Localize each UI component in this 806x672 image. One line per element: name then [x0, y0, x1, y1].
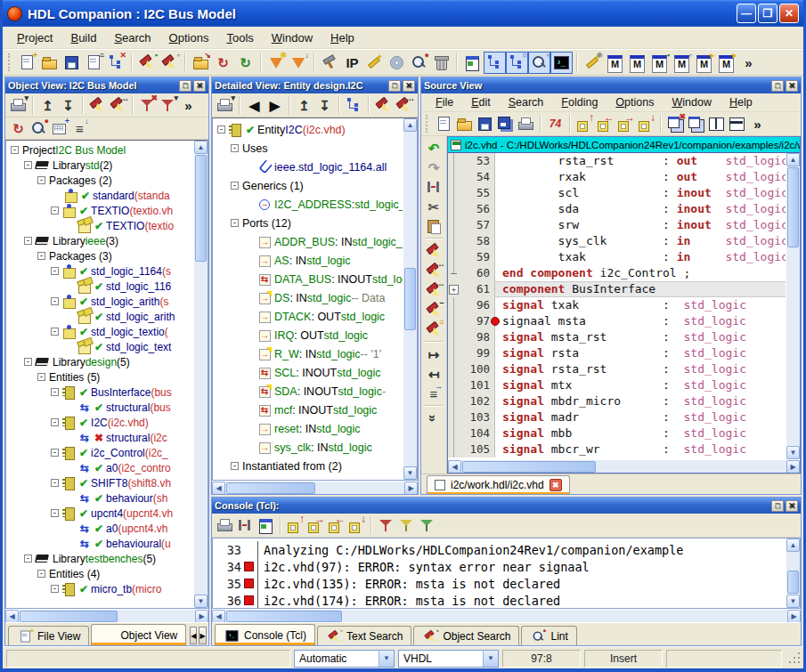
chevron-down-icon[interactable]: ▼	[483, 651, 498, 667]
code-line[interactable]: 103signal madr : std_logic	[448, 409, 786, 425]
tree-expander-icon[interactable]: -	[11, 146, 19, 154]
tree-item[interactable]: ⇆✔behaviour (sh	[6, 490, 193, 506]
tree-item[interactable]: →reset : IN std_logic	[213, 419, 403, 438]
tree-expander-icon[interactable]: -	[37, 176, 45, 184]
tree-expander-icon[interactable]: -	[51, 509, 59, 517]
ip-button[interactable]: IP	[341, 52, 363, 74]
report-button[interactable]: ≡	[83, 52, 105, 74]
bookmark-prev-button[interactable]: ↑	[574, 114, 595, 134]
tree-item[interactable]: -Library testbenches (5)	[6, 551, 193, 566]
print-button[interactable]	[516, 114, 536, 134]
scroll-right-icon[interactable]: ▶	[195, 610, 208, 623]
code-line[interactable]: 60end component i2c_Control ;	[448, 265, 786, 281]
find-prev-button[interactable]: …	[423, 280, 444, 300]
undo-button[interactable]: ↶	[423, 138, 444, 158]
tree-item[interactable]: -Uses	[213, 139, 403, 158]
menu-project[interactable]: Project	[10, 29, 60, 46]
document-header[interactable]: i2c.vhd - C:/HDLWorks/HDLCompanion24Rev1…	[448, 137, 800, 153]
line-number[interactable]: 53	[460, 153, 495, 169]
scroll-left-icon[interactable]: ◀	[212, 610, 225, 623]
open-analyze-button[interactable]: ↘	[190, 52, 212, 74]
file-tab[interactable]: i2c/work.hdl/i2c.vhd ✖	[427, 475, 570, 494]
console-tab-object-search[interactable]: ▪Object Search	[413, 626, 519, 645]
console-vscrollbar[interactable]: ▲ ▼	[786, 538, 800, 608]
tree-item[interactable]: -✔std_logic_arith (s	[6, 294, 193, 309]
code-line[interactable]: 57 srw : inout std_logic	[448, 217, 786, 233]
modelsim-1-button[interactable]: M	[604, 52, 626, 74]
tree-item[interactable]: -✔SHIFT8 (shift8.vh	[6, 475, 193, 490]
find-next-button[interactable]: …	[108, 95, 128, 116]
line-number[interactable]: 98	[460, 329, 495, 345]
refresh-view-button[interactable]: ↻	[8, 118, 28, 139]
filter-warnings-button[interactable]	[396, 515, 417, 536]
open-project-button[interactable]	[38, 52, 61, 74]
line-number[interactable]: 57	[460, 217, 495, 233]
scroll-up-icon[interactable]: ▲	[194, 141, 208, 154]
tree-item[interactable]: -Entities (5)	[6, 369, 193, 385]
find-next-button[interactable]: …	[423, 261, 444, 280]
console-line[interactable]: 34i2c.vhd(97): ERROR: syntax error near …	[213, 558, 786, 575]
scroll-right-icon[interactable]: ▶	[787, 610, 801, 623]
fold-marker-icon[interactable]	[448, 313, 460, 329]
back-button[interactable]: ◀	[244, 95, 265, 116]
tree-item[interactable]: -Library std (2)	[6, 158, 193, 173]
filter-errors-button[interactable]	[376, 515, 396, 536]
line-number[interactable]: 96	[460, 297, 495, 313]
line-number[interactable]: 58	[460, 233, 495, 249]
tree-item[interactable]: -Project I2C Bus Model	[6, 142, 193, 158]
fold-marker-icon[interactable]	[448, 153, 460, 169]
bookmark-first-button[interactable]: ←	[326, 515, 346, 536]
scroll-thumb[interactable]	[787, 167, 799, 247]
save-project-button[interactable]	[61, 52, 83, 74]
split-vertical-button[interactable]	[706, 114, 727, 134]
toolbar-overflow-button[interactable]: »	[747, 114, 768, 134]
tree-item[interactable]: →AS : IN std_logic	[213, 251, 403, 270]
scroll-thumb[interactable]	[226, 482, 315, 494]
source-menu-options[interactable]: Options	[608, 95, 661, 109]
panel-close-icon[interactable]: ✕	[786, 80, 798, 92]
object-view-vscrollbar[interactable]: ▲ ▼	[193, 141, 208, 608]
panel-maximize-icon[interactable]: □	[179, 80, 191, 92]
close-button[interactable]: ✕	[779, 4, 799, 23]
menu-window[interactable]: Window	[265, 29, 320, 46]
join-lines-button[interactable]	[423, 177, 444, 197]
fold-marker-icon[interactable]	[448, 361, 460, 377]
tree-item[interactable]: -Ports (12)	[213, 214, 403, 232]
code-line[interactable]: 105signal mbcr_wr : std_logic	[448, 441, 786, 457]
scroll-thumb[interactable]	[20, 611, 118, 622]
tree-expander-icon[interactable]: -	[51, 479, 59, 487]
fold-marker-icon[interactable]	[448, 249, 460, 265]
bookmark-first-button[interactable]: ←	[595, 114, 615, 134]
scroll-up-icon[interactable]: ▲	[786, 538, 800, 552]
search-objects-button[interactable]: ▪	[136, 52, 159, 74]
fold-marker-icon[interactable]	[448, 281, 460, 297]
scroll-right-icon[interactable]: ▶	[786, 460, 800, 474]
tree-expander-icon[interactable]: -	[51, 388, 59, 396]
console-line[interactable]: 33Analyzing C:/HDLWorks/HDLCompanion24Re…	[213, 541, 786, 558]
tree-item[interactable]: ✔std_logic_116	[6, 279, 193, 294]
join-button[interactable]	[235, 515, 256, 536]
scroll-left-icon[interactable]: ◀	[212, 482, 225, 495]
file-view-toggle-button[interactable]	[461, 52, 484, 74]
save-file-button[interactable]	[475, 114, 495, 134]
wizard-button[interactable]: ✳	[582, 52, 604, 74]
code-line[interactable]: 56 sda : inout std_logic	[448, 201, 786, 217]
code-line[interactable]: 100signal rsta_rst : std_logic	[448, 361, 786, 377]
expand-all-button[interactable]: ↧	[314, 95, 335, 116]
print-button[interactable]: ▾	[8, 95, 28, 116]
find-next-button[interactable]: …	[394, 95, 414, 116]
redo-button[interactable]: ↷	[423, 158, 444, 177]
fold-marker-icon[interactable]	[448, 201, 460, 217]
toolbar-grip[interactable]	[426, 115, 430, 133]
line-number[interactable]: 100	[460, 361, 495, 377]
bookmark-last-button[interactable]: ↓	[636, 114, 656, 134]
reanalyze-all-button[interactable]: ↻	[234, 52, 256, 74]
tree-item[interactable]: ⇆DATA_BUS : INOUT std_log	[213, 270, 403, 288]
console-tab-text-search[interactable]: ▫Text Search	[317, 626, 411, 645]
close-window-button[interactable]: ✖	[665, 114, 686, 134]
cut-button[interactable]: ✂	[423, 197, 444, 216]
search-text-button[interactable]: ▫	[159, 52, 181, 74]
scroll-up-icon[interactable]: ▲	[786, 153, 800, 166]
forward-button[interactable]: ▶	[265, 95, 285, 116]
maximize-button[interactable]: ❐	[758, 4, 778, 23]
